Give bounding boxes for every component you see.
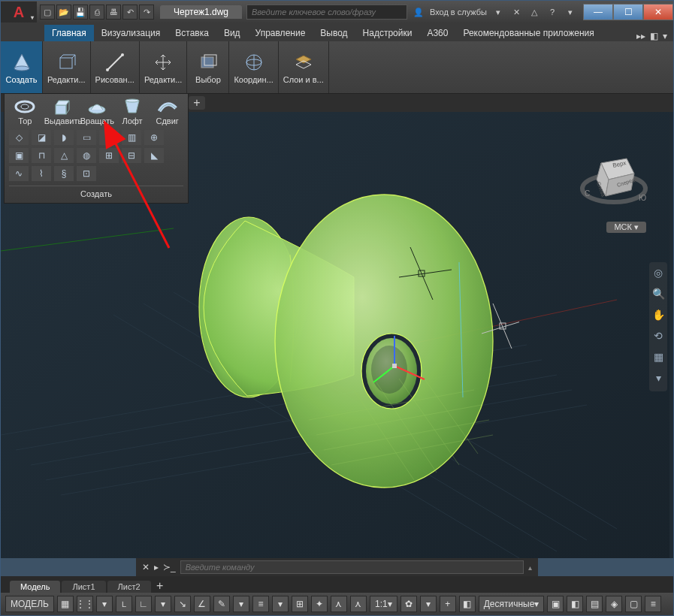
- login-chevron-icon[interactable]: ▾: [491, 5, 505, 19]
- file-tab-add-button[interactable]: +: [189, 96, 205, 110]
- status-anno1-icon[interactable]: ✦: [311, 596, 328, 612]
- sm-polysolid-icon[interactable]: ◇: [9, 130, 29, 145]
- sm-surf1-icon[interactable]: ∿: [9, 166, 29, 181]
- qat-open-icon[interactable]: 📂: [56, 5, 71, 20]
- ucs-badge[interactable]: МСК ▾: [606, 222, 646, 233]
- status-chevron-icon[interactable]: ▾: [96, 596, 113, 612]
- qat-new-icon[interactable]: ▢: [40, 5, 55, 20]
- ribbon-panel-layers[interactable]: Слои и в...: [279, 41, 329, 93]
- nav-compass-icon[interactable]: ◎: [651, 267, 666, 282]
- status-polar-icon[interactable]: ∟: [135, 596, 152, 612]
- ribbon-panel-edit[interactable]: Редакти...: [43, 41, 91, 93]
- a360-icon[interactable]: △: [527, 5, 541, 19]
- ribbon-tab-home[interactable]: Главная: [44, 25, 94, 41]
- status-dyn-icon[interactable]: ▾: [233, 596, 249, 612]
- status-osnap-icon[interactable]: ▾: [155, 596, 171, 612]
- close-button[interactable]: ✕: [643, 4, 673, 20]
- sm-meshcyl-icon[interactable]: ⊞: [99, 148, 119, 163]
- app-menu-button[interactable]: A: [1, 2, 37, 23]
- create-sweep-button[interactable]: Сдвиг: [151, 97, 183, 125]
- ribbon-panel-draw[interactable]: Рисован...: [91, 41, 140, 93]
- status-scale-button[interactable]: 1:1 ▾: [370, 596, 397, 612]
- sm-sweep2-icon[interactable]: ◣: [144, 148, 164, 163]
- nav-more-icon[interactable]: ▾: [651, 372, 666, 387]
- status-3dosnap-icon[interactable]: ↘: [174, 596, 191, 612]
- ribbon-tab-visualize[interactable]: Визуализация: [94, 25, 168, 41]
- status-ortho-icon[interactable]: ˪: [116, 596, 132, 612]
- create-revolve-button[interactable]: Вращать: [80, 97, 113, 125]
- ribbon-chevron-icon[interactable]: ▾: [663, 31, 667, 41]
- qat-redo-icon[interactable]: ↷: [139, 5, 154, 20]
- status-plus-icon[interactable]: +: [440, 596, 456, 612]
- status-ws-icon[interactable]: ▣: [547, 596, 564, 612]
- status-lwt-icon[interactable]: ≡: [252, 596, 269, 612]
- status-gear2-icon[interactable]: ▾: [420, 596, 437, 612]
- command-input[interactable]: [180, 560, 524, 574]
- sm-meshsph-icon[interactable]: ◍: [77, 148, 96, 163]
- ribbon-tab-view[interactable]: Вид: [216, 25, 248, 41]
- sm-cone-icon[interactable]: ▭: [77, 130, 96, 145]
- layout-tab-add-button[interactable]: +: [153, 579, 168, 593]
- sm-surf2-icon[interactable]: ⌇: [32, 166, 51, 181]
- help-chevron-icon[interactable]: ▾: [564, 5, 577, 19]
- nav-pan-icon[interactable]: ✋: [651, 309, 666, 324]
- nav-orbit-icon[interactable]: ⟲: [651, 330, 666, 345]
- sm-surf4-icon[interactable]: ⊡: [77, 166, 96, 181]
- login-link[interactable]: Вход в службы: [430, 8, 487, 17]
- viewcube[interactable]: Верх Слева Спереди С Ю: [580, 142, 648, 217]
- qat-undo-icon[interactable]: ↶: [122, 5, 138, 20]
- sm-meshoth-icon[interactable]: ⊟: [122, 148, 141, 163]
- status-model-button[interactable]: МОДЕЛЬ: [5, 596, 54, 612]
- search-input[interactable]: [246, 5, 407, 20]
- maximize-button[interactable]: ☐: [613, 4, 643, 20]
- status-snap-icon[interactable]: ⋮⋮: [77, 596, 93, 612]
- sm-meshbox-icon[interactable]: △: [54, 148, 74, 163]
- sm-torus2-icon[interactable]: ⊕: [144, 130, 164, 145]
- create-extrude-button[interactable]: Выдавить: [44, 97, 77, 125]
- sm-helix-icon[interactable]: ⊓: [32, 148, 51, 163]
- layout-tab-model[interactable]: Модель: [10, 581, 60, 593]
- 3d-model[interactable]: [159, 165, 519, 495]
- cmd-recent-icon[interactable]: ▸: [154, 562, 159, 572]
- status-mon-icon[interactable]: ◧: [567, 596, 583, 612]
- ribbon-tab-featured[interactable]: Рекомендованные приложения: [455, 25, 601, 41]
- status-cyc-icon[interactable]: ◧: [459, 596, 476, 612]
- ribbon-panel-coordinates[interactable]: Координ...: [229, 41, 278, 93]
- status-cust-icon[interactable]: ≡: [645, 596, 661, 612]
- status-ducs-icon[interactable]: ✎: [213, 596, 230, 612]
- ribbon-tab-addins[interactable]: Надстройки: [355, 25, 420, 41]
- help-icon[interactable]: ?: [546, 5, 559, 19]
- qat-save-icon[interactable]: 💾: [73, 5, 88, 20]
- ribbon-expand-icon[interactable]: ◧: [650, 31, 658, 41]
- ribbon-panel-section[interactable]: Выбор: [187, 41, 229, 93]
- ribbon-tab-insert[interactable]: Вставка: [168, 25, 216, 41]
- create-loft-button[interactable]: Лофт: [116, 97, 149, 125]
- status-grid-icon[interactable]: ▦: [57, 596, 74, 612]
- status-gear-icon[interactable]: ✿: [400, 596, 417, 612]
- nav-zoom-icon[interactable]: 🔍: [651, 288, 666, 303]
- qat-saveas-icon[interactable]: ⎙: [89, 5, 104, 20]
- status-units-button[interactable]: Десятичные ▾: [479, 596, 545, 612]
- minimize-button[interactable]: —: [583, 4, 613, 20]
- sm-box-icon[interactable]: ◪: [32, 130, 51, 145]
- qat-print-icon[interactable]: 🖶: [106, 5, 121, 20]
- ribbon-overflow-icon[interactable]: ▸▸: [636, 31, 645, 41]
- layout-tab-sheet1[interactable]: Лист1: [62, 581, 105, 593]
- ribbon-panel-create[interactable]: Создать: [1, 41, 43, 93]
- status-hw-icon[interactable]: ▤: [586, 596, 603, 612]
- status-anno2-icon[interactable]: ⋏: [331, 596, 347, 612]
- create-torus-button[interactable]: Тор: [9, 97, 41, 125]
- ribbon-tab-manage[interactable]: Управление: [248, 25, 313, 41]
- ribbon-tab-a360[interactable]: A360: [419, 25, 455, 41]
- ribbon-panel-modify[interactable]: Редакти...: [140, 41, 188, 93]
- sign-in-icon[interactable]: 👤: [412, 5, 425, 19]
- document-tab[interactable]: Чертеж1.dwg: [160, 5, 242, 19]
- sm-pyramid-icon[interactable]: ▣: [9, 148, 29, 163]
- layout-tab-sheet2[interactable]: Лист2: [107, 581, 151, 593]
- ribbon-tab-output[interactable]: Вывод: [313, 25, 355, 41]
- status-anno3-icon[interactable]: ⋏: [350, 596, 367, 612]
- exchange-icon[interactable]: ✕: [509, 5, 523, 19]
- status-clean-icon[interactable]: ▢: [625, 596, 642, 612]
- sm-wedge-icon[interactable]: ◗: [54, 130, 74, 145]
- status-otrack-icon[interactable]: ∠: [194, 596, 210, 612]
